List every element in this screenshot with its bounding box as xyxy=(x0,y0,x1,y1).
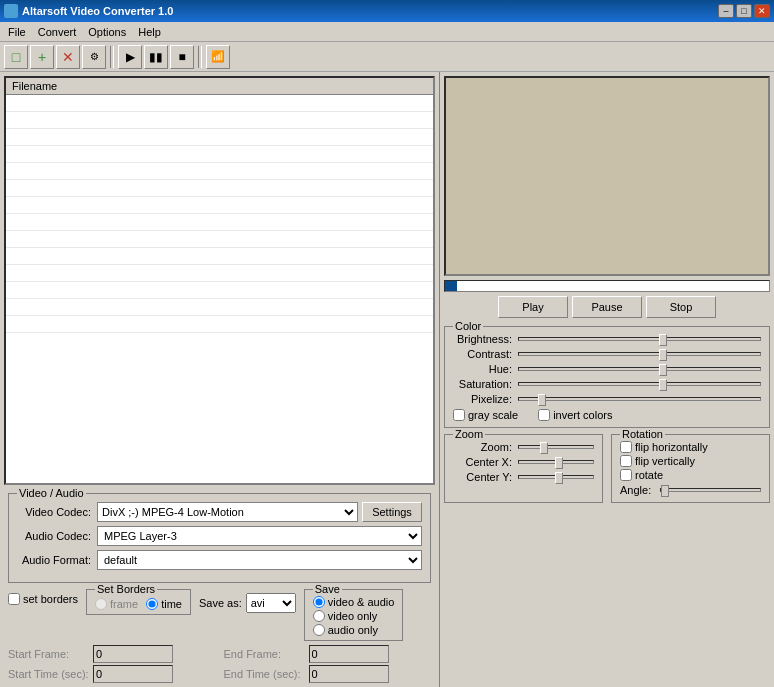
flip-vertical-label: flip vertically xyxy=(635,455,695,467)
save-section: Save video & audio video only audio o xyxy=(304,589,404,641)
frame-radio[interactable] xyxy=(95,598,107,610)
file-row[interactable] xyxy=(6,265,433,282)
time-radio[interactable] xyxy=(146,598,158,610)
audio-format-select[interactable]: default xyxy=(97,550,422,570)
audio-codec-row: Audio Codec: MPEG Layer-3 xyxy=(17,526,422,546)
set-borders-checkbox[interactable] xyxy=(8,593,20,605)
video-only-radio-item: video only xyxy=(313,610,395,622)
video-only-radio[interactable] xyxy=(313,610,325,622)
menu-help[interactable]: Help xyxy=(132,24,167,40)
end-frame-label: End Frame: xyxy=(224,648,309,660)
end-time-label: End Time (sec): xyxy=(224,668,309,680)
pause-toolbar-button[interactable]: ▮▮ xyxy=(144,45,168,69)
stop-button[interactable]: Stop xyxy=(646,296,716,318)
file-row[interactable] xyxy=(6,129,433,146)
title-bar-controls[interactable]: – □ ✕ xyxy=(718,4,770,18)
flip-horizontal-checkbox[interactable] xyxy=(620,441,632,453)
saturation-track[interactable] xyxy=(518,382,761,386)
file-row[interactable] xyxy=(6,180,433,197)
start-time-input[interactable] xyxy=(93,665,173,683)
audio-only-radio-label: audio only xyxy=(328,624,378,636)
add-folder-button[interactable]: + xyxy=(30,45,54,69)
frame-radio-label: frame xyxy=(110,598,138,610)
end-frame-input[interactable] xyxy=(309,645,389,663)
center-y-thumb[interactable] xyxy=(555,472,563,484)
center-y-track[interactable] xyxy=(518,475,594,479)
minimize-button[interactable]: – xyxy=(718,4,734,18)
brightness-track[interactable] xyxy=(518,337,761,341)
playback-controls: Play Pause Stop xyxy=(444,296,770,318)
contrast-track[interactable] xyxy=(518,352,761,356)
set-borders-group: Set Borders frame time xyxy=(86,589,191,615)
video-audio-radio-item: video & audio xyxy=(313,596,395,608)
file-row[interactable] xyxy=(6,231,433,248)
audio-codec-select[interactable]: MPEG Layer-3 xyxy=(97,526,422,546)
center-y-label: Center Y: xyxy=(453,471,518,483)
center-x-track[interactable] xyxy=(518,460,594,464)
angle-track[interactable] xyxy=(660,488,761,492)
settings-toolbar-button[interactable]: ⚙ xyxy=(82,45,106,69)
audio-format-row: Audio Format: default xyxy=(17,550,422,570)
pause-button[interactable]: Pause xyxy=(572,296,642,318)
play-toolbar-button[interactable]: ▶ xyxy=(118,45,142,69)
flip-horizontal-label: flip horizontally xyxy=(635,441,708,453)
hue-track[interactable] xyxy=(518,367,761,371)
set-borders-group-label: Set Borders xyxy=(95,583,157,595)
flip-vertical-checkbox[interactable] xyxy=(620,455,632,467)
flip-horizontal-item: flip horizontally xyxy=(620,441,761,453)
zoom-thumb[interactable] xyxy=(540,442,548,454)
brightness-thumb[interactable] xyxy=(659,334,667,346)
file-row[interactable] xyxy=(6,163,433,180)
file-row[interactable] xyxy=(6,146,433,163)
zoom-track[interactable] xyxy=(518,445,594,449)
start-frame-input[interactable] xyxy=(93,645,173,663)
menu-options[interactable]: Options xyxy=(82,24,132,40)
contrast-thumb[interactable] xyxy=(659,349,667,361)
video-codec-row: Video Codec: DivX ;-) MPEG-4 Low-Motion … xyxy=(17,502,422,522)
hue-row: Hue: xyxy=(453,363,761,375)
center-x-thumb[interactable] xyxy=(555,457,563,469)
end-time-input[interactable] xyxy=(309,665,389,683)
file-row[interactable] xyxy=(6,299,433,316)
progress-bar[interactable] xyxy=(444,280,770,292)
add-file-button[interactable]: □ xyxy=(4,45,28,69)
video-audio-radio[interactable] xyxy=(313,596,325,608)
pixelize-thumb[interactable] xyxy=(538,394,546,406)
file-row[interactable] xyxy=(6,197,433,214)
remove-button[interactable]: ✕ xyxy=(56,45,80,69)
video-audio-label: Video / Audio xyxy=(17,487,86,499)
convert-button[interactable]: 📶 xyxy=(206,45,230,69)
frame-time-grid: Start Frame: End Frame: Start Time (sec)… xyxy=(8,645,431,683)
invert-colors-checkbox[interactable] xyxy=(538,409,550,421)
play-button[interactable]: Play xyxy=(498,296,568,318)
rotate-checkbox[interactable] xyxy=(620,469,632,481)
pixelize-track[interactable] xyxy=(518,397,761,401)
start-time-label: Start Time (sec): xyxy=(8,668,93,680)
zoom-row: Zoom: xyxy=(453,441,594,453)
maximize-button[interactable]: □ xyxy=(736,4,752,18)
frame-radio-item: frame xyxy=(95,598,138,610)
file-list-header: Filename xyxy=(6,78,433,95)
saturation-thumb[interactable] xyxy=(659,379,667,391)
file-row[interactable] xyxy=(6,316,433,333)
save-as-select[interactable]: avi mp4 mkv xyxy=(246,593,296,613)
video-codec-select[interactable]: DivX ;-) MPEG-4 Low-Motion xyxy=(97,502,358,522)
grayscale-checkbox[interactable] xyxy=(453,409,465,421)
angle-thumb[interactable] xyxy=(661,485,669,497)
menu-convert[interactable]: Convert xyxy=(32,24,83,40)
stop-toolbar-button[interactable]: ■ xyxy=(170,45,194,69)
pixelize-row: Pixelize: xyxy=(453,393,761,405)
color-section-label: Color xyxy=(453,320,483,332)
file-row[interactable] xyxy=(6,214,433,231)
menu-file[interactable]: File xyxy=(2,24,32,40)
audio-codec-label: Audio Codec: xyxy=(17,530,97,542)
file-row[interactable] xyxy=(6,112,433,129)
file-row[interactable] xyxy=(6,282,433,299)
file-row[interactable] xyxy=(6,95,433,112)
hue-thumb[interactable] xyxy=(659,364,667,376)
center-x-row: Center X: xyxy=(453,456,594,468)
close-button[interactable]: ✕ xyxy=(754,4,770,18)
file-row[interactable] xyxy=(6,248,433,265)
video-settings-button[interactable]: Settings xyxy=(362,502,422,522)
audio-only-radio[interactable] xyxy=(313,624,325,636)
